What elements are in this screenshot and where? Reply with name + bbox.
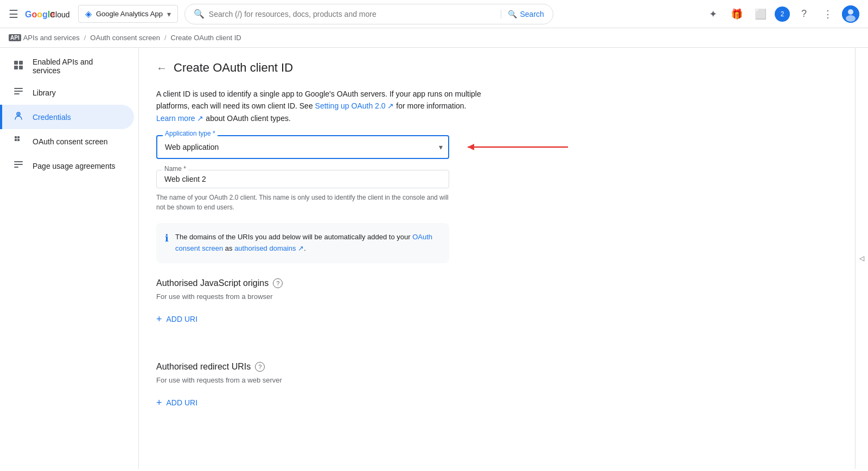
google-cloud-logo: Google Cloud <box>25 8 72 20</box>
description-part2: for more information. <box>394 101 466 110</box>
project-selector[interactable]: ◈ Google Analytics App ▾ <box>78 5 178 23</box>
svg-rect-5 <box>14 61 18 65</box>
name-field-input[interactable] <box>164 175 441 183</box>
breadcrumb-apis-services[interactable]: APIs and services <box>23 34 80 42</box>
description-text: A client ID is used to identify a single… <box>156 88 482 124</box>
main-content: ← Create OAuth client ID A client ID is … <box>139 48 855 469</box>
application-type-select[interactable]: Web application Android Chrome extension… <box>156 135 449 159</box>
add-uri-plus-1: + <box>156 314 162 325</box>
gift-icon[interactable]: 🎁 <box>727 4 746 24</box>
breadcrumb-sep-1: / <box>84 34 86 42</box>
breadcrumb-oauth-consent[interactable]: OAuth consent screen <box>90 34 160 42</box>
svg-marker-22 <box>468 144 474 150</box>
authorised-domains-link[interactable]: authorised domains ↗ <box>234 244 304 252</box>
redirect-uris-help-icon[interactable]: ? <box>255 362 265 372</box>
search-bar: 🔍 🔍 Search <box>184 4 553 24</box>
nav-right: ✦ 🎁 ⬜ 2 ? ⋮ <box>703 4 859 24</box>
js-origins-hint: For use with requests from a browser <box>156 292 838 301</box>
user-avatar[interactable] <box>842 5 859 23</box>
cloud-shell-icon[interactable]: ⬜ <box>751 4 770 24</box>
info-text: The domains of the URIs you add below wi… <box>175 232 441 254</box>
help-icon[interactable]: ? <box>794 4 814 24</box>
breadcrumb-current: Create OAuth client ID <box>171 34 241 42</box>
sidebar-item-library[interactable]: Library <box>0 80 134 105</box>
search-bar-icon: 🔍 <box>194 9 205 19</box>
more-icon[interactable]: ⋮ <box>818 4 838 24</box>
red-arrow-annotation <box>462 139 571 155</box>
add-uri-button-1[interactable]: + ADD URI <box>156 309 197 329</box>
avatar-image <box>842 5 859 23</box>
application-type-row: Application type * Web application Andro… <box>156 135 838 159</box>
sidebar-item-label: Page usage agreements <box>33 162 116 170</box>
svg-text:Cloud: Cloud <box>50 10 70 19</box>
svg-rect-18 <box>14 161 23 162</box>
name-field-container: Name * <box>156 170 449 188</box>
page-usage-icon <box>13 159 24 173</box>
svg-point-3 <box>848 9 853 15</box>
svg-point-4 <box>846 15 856 22</box>
js-origins-title: Authorised JavaScript origins <box>156 278 269 288</box>
project-name: Google Analytics App <box>96 10 163 18</box>
sidebar-item-oauth-consent[interactable]: OAuth consent screen <box>0 129 134 154</box>
sidebar-item-label: OAuth consent screen <box>33 137 108 146</box>
top-nav: ☰ Google Cloud ◈ Google Analytics App ▾ … <box>0 0 868 28</box>
oauth-consent-icon <box>13 135 24 148</box>
svg-rect-20 <box>14 167 18 168</box>
project-dropdown-icon: ▾ <box>167 10 171 18</box>
page-title: Create OAuth client ID <box>174 61 293 75</box>
gemini-icon[interactable]: ✦ <box>703 4 723 24</box>
svg-rect-8 <box>19 66 23 69</box>
svg-rect-17 <box>17 139 20 141</box>
sidebar-item-enabled-apis[interactable]: Enabled APIs and services <box>0 52 134 80</box>
redirect-uris-hint: For use with requests from a web server <box>156 376 838 384</box>
redirect-uris-heading: Authorised redirect URIs ? <box>156 362 838 372</box>
info-text-part1: The domains of the URIs you add below wi… <box>175 233 412 241</box>
learn-more-link[interactable]: Learn more ↗ <box>156 114 203 123</box>
library-icon <box>13 86 24 99</box>
add-uri-label-2: ADD URI <box>167 398 198 407</box>
breadcrumb: API APIs and services / OAuth consent sc… <box>0 28 868 48</box>
sidebar-item-credentials[interactable]: Credentials <box>0 105 134 129</box>
svg-rect-14 <box>15 136 17 138</box>
name-field-hint: The name of your OAuth 2.0 client. This … <box>156 193 449 212</box>
breadcrumb-sep-2: / <box>164 34 167 42</box>
notification-count: 2 <box>781 10 784 18</box>
svg-rect-7 <box>14 66 18 69</box>
svg-point-13 <box>18 113 20 115</box>
svg-rect-15 <box>17 136 20 138</box>
search-button-label: Search <box>520 10 544 18</box>
svg-rect-16 <box>15 139 17 141</box>
info-box: ℹ The domains of the URIs you add below … <box>156 223 449 263</box>
add-uri-plus-2: + <box>156 397 162 409</box>
enabled-apis-icon <box>13 60 24 73</box>
svg-rect-11 <box>14 93 20 94</box>
add-uri-button-2[interactable]: + ADD URI <box>156 393 197 413</box>
back-button[interactable]: ← <box>156 62 167 74</box>
notification-badge[interactable]: 2 <box>775 7 790 22</box>
sidebar: Enabled APIs and services Library Creden… <box>0 48 139 469</box>
sidebar-item-page-usage[interactable]: Page usage agreements <box>0 154 134 178</box>
search-button[interactable]: 🔍 Search <box>501 10 544 18</box>
layout: Enabled APIs and services Library Creden… <box>0 48 868 469</box>
annotation-container <box>462 139 571 155</box>
info-icon: ℹ <box>165 232 169 244</box>
sidebar-collapse-button[interactable]: ◁ <box>855 48 868 469</box>
application-type-label: Application type * <box>163 130 218 137</box>
project-chip-icon: ◈ <box>85 9 92 19</box>
api-badge: API <box>9 34 21 41</box>
application-type-container: Application type * Web application Andro… <box>156 135 449 159</box>
hamburger-icon[interactable]: ☰ <box>9 8 18 21</box>
info-text-part2: as <box>223 244 234 252</box>
search-input[interactable] <box>209 10 496 18</box>
js-origins-help-icon[interactable]: ? <box>273 278 283 288</box>
name-field-label: Name * <box>162 165 188 173</box>
sidebar-item-label: Credentials <box>33 113 71 122</box>
svg-rect-19 <box>14 164 23 165</box>
description-part3: about OAuth client types. <box>203 114 290 123</box>
add-uri-label-1: ADD URI <box>167 315 198 323</box>
setting-up-oauth-link[interactable]: Setting up OAuth 2.0 ↗ <box>315 101 394 110</box>
breadcrumb-api: API APIs and services <box>9 34 80 42</box>
page-header: ← Create OAuth client ID <box>156 61 838 75</box>
js-origins-heading: Authorised JavaScript origins ? <box>156 278 838 288</box>
sidebar-item-label: Library <box>33 88 56 97</box>
